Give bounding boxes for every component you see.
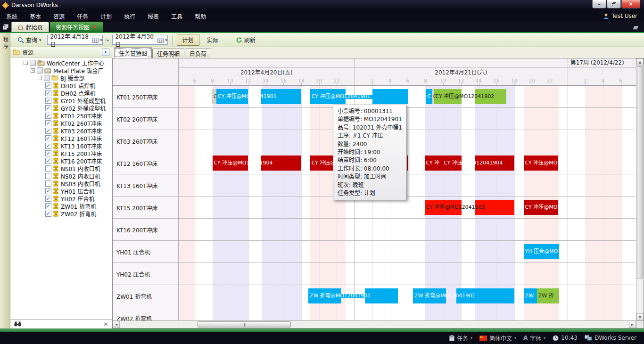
user-chip[interactable]: Test User [603,13,637,19]
menu-item-4[interactable]: 任务 [71,10,94,22]
tree-item[interactable]: -Metal Plate 钣金厂 [10,66,112,74]
tree-item[interactable]: NS02 内收口机 [10,172,112,180]
scroll-up-icon[interactable]: ▲ [636,58,644,66]
scroll-left-icon[interactable]: ◄ [113,321,120,328]
tree-item[interactable]: ✓GY02 外桶成型机 [10,104,112,112]
gantt-row-label[interactable]: ZW02 折弯机 [113,307,178,320]
view-tab-1[interactable]: 任务甘特图 [114,47,152,58]
caret-down-icon[interactable]: ▾ [544,336,545,340]
menu-item-2[interactable]: 基本 [24,10,47,22]
tree-item[interactable]: ✓KT16 200T冲床 [10,157,112,164]
tab-overflow-icon[interactable] [632,22,639,32]
tree-checkbox[interactable] [37,67,43,74]
status-item-5[interactable]: DWorks Server [583,335,638,341]
tree-find-bar[interactable]: × [10,319,112,328]
tree-checkbox[interactable]: ✓ [45,188,51,194]
tree-item[interactable]: NS03 内收口机 [10,180,112,187]
tab-close-icon[interactable]: × [92,25,97,29]
docked-panel-strip[interactable]: 程序 [0,33,10,328]
menu-item-7[interactable]: 报表 [141,10,165,22]
gantt-row-label[interactable]: YH02 压合机 [113,263,178,285]
gantt-row-label[interactable]: ZW01 折弯机 [113,285,178,307]
tree-checkbox[interactable]: ✓ [45,128,51,134]
tree-checkbox[interactable] [45,180,51,187]
tree-checkbox[interactable] [45,173,51,179]
gantt-row-label[interactable]: KT15 200T冲床 [113,197,178,219]
tree-checkbox[interactable]: ✓ [45,105,51,111]
tree-checkbox[interactable]: ✓ [45,203,51,209]
horizontal-scrollbar[interactable]: ◄ ► [113,320,636,328]
menu-item-9[interactable]: 帮助 [189,10,212,22]
tree-expander-icon[interactable]: - [38,76,42,80]
view-tab-3[interactable]: 日负荷 [185,49,211,58]
tree-checkbox[interactable] [45,165,51,172]
gantt-row-label[interactable]: YH01 压合机 [113,241,178,263]
menu-item-3[interactable]: 资源 [47,10,71,22]
scroll-down-icon[interactable]: ▼ [636,313,644,320]
caret-down-icon[interactable]: ▾ [471,336,472,340]
gantt-row-label[interactable]: KT02 260T冲床 [113,108,178,130]
tree-checkbox[interactable]: ✓ [45,82,51,89]
date-from-field[interactable]: 2012年 4月18日 ▾ [47,35,103,45]
tree-item[interactable]: -BJ 钣金部 [10,74,112,82]
tree-item[interactable]: ✓DH01 点焊机 [10,82,112,89]
tree-item[interactable]: NS01 内收口机 [10,164,112,172]
restore-button[interactable] [607,0,621,8]
status-item-2[interactable]: 简体中文▾ [478,334,518,342]
plan-toggle-button[interactable]: 计划 [177,34,199,46]
date-from-caret-icon[interactable]: ▾ [100,38,102,42]
tree-expander-icon[interactable]: - [24,61,28,65]
tree-item[interactable]: ✓KT03 260T冲床 [10,127,112,134]
find-close-icon[interactable]: × [103,320,108,328]
menu-item-5[interactable]: 计划 [94,10,118,22]
docked-panel-label[interactable]: 程序 [1,37,9,50]
tree-item[interactable]: ✓KT13 160T冲床 [10,142,112,149]
horizontal-scroll-thumb[interactable] [198,321,291,328]
scroll-right-icon[interactable]: ► [629,321,636,328]
tree-item[interactable]: ✓YH01 压合机 [10,187,112,195]
tree-item[interactable]: ✓KT15 200T冲床 [10,149,112,157]
gantt-row-label[interactable]: KT12 160T冲床 [113,152,178,174]
tree-item[interactable]: ✓DH02 点焊机 [10,89,112,97]
vertical-scrollbar[interactable]: ▲ ▼ [636,58,644,320]
collapse-panel-button[interactable]: ‹ [102,49,109,56]
tree-item[interactable]: ✓ZW02 折弯机 [10,210,112,217]
date-to-caret-icon[interactable]: ▾ [165,38,167,42]
tree-item[interactable]: ✓KT12 160T冲床 [10,134,112,142]
tree-checkbox[interactable]: ✓ [45,90,51,96]
tree-item[interactable]: ✓GY01 外桶成型机 [10,97,112,104]
menu-item-8[interactable]: 工具 [165,10,189,22]
status-item-4[interactable]: 10:43 [551,335,579,341]
tree-item[interactable]: ✓ZW01 折弯机 [10,202,112,210]
task-bar[interactable] [372,89,407,104]
tree-checkbox[interactable] [30,60,36,66]
tree-expander-icon[interactable]: - [31,68,35,73]
gantt-row-label[interactable]: KT13 160T冲床 [113,174,178,197]
tree-checkbox[interactable]: ✓ [45,120,51,126]
minimize-button[interactable]: – [592,0,606,8]
gantt-row-label[interactable]: KT16 200T冲床 [113,219,178,241]
tree-item[interactable]: ✓KT02 260T冲床 [10,119,112,127]
date-to-field[interactable]: 2012年 4月30日 ▾ [112,35,168,45]
tab-resource-task-view[interactable]: 资源任务视图 × [50,22,103,32]
tree-item[interactable]: ✓YH02 压合机 [10,195,112,202]
close-button[interactable]: × [621,0,640,8]
view-tab-2[interactable]: 任务明细 [152,49,184,58]
tree-checkbox[interactable]: ✓ [45,135,51,141]
tree-checkbox[interactable]: ✓ [45,158,51,164]
tree-checkbox[interactable]: ✓ [45,143,51,149]
vertical-scroll-thumb[interactable] [637,66,643,278]
status-item-1[interactable]: 任务▾ [447,334,474,342]
query-button[interactable]: 查询 ▾ [14,34,45,46]
tree-item[interactable]: -WorkCenter 工作中心 [10,59,112,66]
tree-checkbox[interactable]: ✓ [45,98,51,104]
pages-icon[interactable] [0,22,11,32]
tree-checkbox[interactable]: ✓ [45,113,51,119]
tab-home-page[interactable]: 起始页 [11,22,49,32]
tree-checkbox[interactable]: ✓ [45,211,51,217]
caret-down-icon[interactable]: ▾ [514,336,516,340]
tree-item[interactable]: ✓KT01 250T冲床 [10,112,112,119]
tree-checkbox[interactable]: ✓ [45,150,51,156]
menu-item-1[interactable]: 系统 [0,10,24,22]
gantt-row-label[interactable]: KT03 260T冲床 [113,130,178,152]
